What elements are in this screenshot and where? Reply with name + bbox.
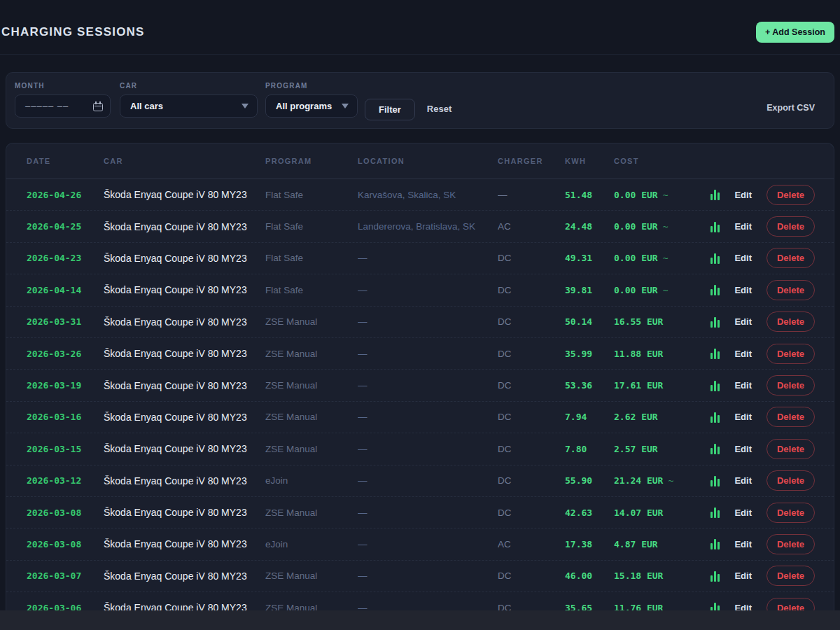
session-program: ZSE Manual (265, 316, 358, 327)
export-csv-button[interactable]: Export CSV (766, 103, 815, 113)
filter-button[interactable]: Filter (365, 99, 415, 120)
table-body: 2026-04-26 Škoda Enyaq Coupe iV 80 MY23 … (6, 178, 834, 623)
session-location: — (358, 539, 498, 550)
edit-button[interactable]: Edit (734, 570, 752, 581)
row-actions: Edit Delete (733, 248, 815, 268)
delete-button[interactable]: Delete (766, 407, 815, 427)
session-date: 2026-03-15 (27, 444, 104, 454)
session-location: — (358, 412, 498, 422)
table-row: 2026-04-25 Škoda Enyaq Coupe iV 80 MY23 … (6, 210, 834, 241)
session-kwh: 35.99 (565, 349, 614, 359)
edit-button[interactable]: Edit (734, 380, 752, 391)
car-field-group: CAR All cars (120, 82, 258, 118)
bar-chart-icon[interactable] (710, 253, 720, 264)
delete-button[interactable]: Delete (766, 470, 815, 491)
session-charger: AC (498, 221, 565, 232)
session-program: Flat Safe (265, 221, 358, 232)
edit-button[interactable]: Edit (734, 539, 752, 550)
add-session-button[interactable]: + Add Session (756, 22, 834, 43)
table-row: 2026-03-07 Škoda Enyaq Coupe iV 80 MY23 … (6, 560, 834, 592)
column-header-program: PROGRAM (265, 157, 358, 165)
bar-chart-icon[interactable] (710, 284, 720, 295)
delete-button[interactable]: Delete (766, 216, 815, 237)
program-select[interactable]: All programs (265, 94, 358, 118)
session-car: Škoda Enyaq Coupe iV 80 MY23 (104, 316, 265, 328)
session-charger: DC (498, 444, 565, 454)
edit-button[interactable]: Edit (734, 253, 752, 263)
bar-chart-icon[interactable] (710, 412, 720, 423)
column-header-date: DATE (27, 157, 104, 165)
session-car: Škoda Enyaq Coupe iV 80 MY23 (104, 507, 265, 518)
edit-button[interactable]: Edit (734, 412, 752, 422)
session-program: Flat Safe (265, 190, 358, 200)
bar-chart-icon[interactable] (710, 348, 720, 359)
bottom-overlay (0, 610, 840, 630)
bar-chart-icon[interactable] (710, 538, 720, 550)
edit-button[interactable]: Edit (734, 444, 752, 454)
approx-indicator: ~ (663, 285, 668, 295)
delete-button[interactable]: Delete (766, 375, 815, 396)
bar-chart-icon[interactable] (710, 380, 720, 391)
delete-button[interactable]: Delete (766, 185, 815, 205)
row-actions: Edit Delete (733, 312, 815, 332)
session-kwh: 50.14 (565, 316, 614, 327)
table-row: 2026-03-12 Škoda Enyaq Coupe iV 80 MY23 … (6, 465, 834, 496)
session-program: ZSE Manual (265, 412, 358, 422)
bar-chart-icon[interactable] (710, 316, 720, 328)
session-kwh: 7.94 (565, 412, 614, 422)
delete-button[interactable]: Delete (766, 439, 815, 459)
edit-button[interactable]: Edit (734, 316, 752, 327)
session-date: 2026-04-23 (27, 253, 104, 263)
session-car: Škoda Enyaq Coupe iV 80 MY23 (104, 412, 265, 423)
session-location: — (358, 475, 498, 486)
delete-button[interactable]: Delete (766, 503, 815, 523)
table-row: 2026-03-31 Škoda Enyaq Coupe iV 80 MY23 … (6, 306, 834, 337)
row-actions: Edit Delete (733, 344, 815, 364)
edit-button[interactable]: Edit (734, 190, 752, 200)
session-car: Škoda Enyaq Coupe iV 80 MY23 (104, 443, 265, 454)
bar-chart-icon[interactable] (710, 221, 720, 232)
month-input[interactable]: ––––– –– (15, 94, 111, 118)
session-charger: DC (498, 507, 565, 518)
session-location: — (358, 444, 498, 454)
session-location: — (358, 316, 498, 327)
reset-button[interactable]: Reset (427, 104, 451, 114)
edit-button[interactable]: Edit (734, 285, 752, 295)
program-select-value: All programs (276, 101, 332, 111)
edit-button[interactable]: Edit (734, 475, 752, 486)
session-kwh: 7.80 (565, 444, 614, 454)
delete-button[interactable]: Delete (766, 280, 815, 300)
delete-button[interactable]: Delete (766, 566, 815, 586)
session-car: Škoda Enyaq Coupe iV 80 MY23 (104, 189, 265, 200)
session-date: 2026-03-31 (27, 316, 104, 327)
session-date: 2026-03-26 (27, 349, 104, 359)
approx-indicator: ~ (663, 253, 668, 263)
session-location: — (358, 507, 498, 518)
edit-button[interactable]: Edit (734, 221, 752, 232)
delete-button[interactable]: Delete (766, 312, 815, 332)
session-date: 2026-04-25 (27, 221, 104, 232)
session-charger: DC (498, 349, 565, 359)
car-select[interactable]: All cars (120, 94, 258, 118)
delete-button[interactable]: Delete (766, 248, 815, 268)
session-car: Škoda Enyaq Coupe iV 80 MY23 (104, 348, 265, 359)
edit-button[interactable]: Edit (734, 349, 752, 359)
session-kwh: 24.48 (565, 221, 614, 232)
session-date: 2026-04-14 (27, 285, 104, 295)
session-date: 2026-03-08 (27, 507, 104, 518)
bar-chart-icon[interactable] (710, 570, 720, 582)
delete-button[interactable]: Delete (766, 534, 815, 554)
table-header-row: DATE CAR PROGRAM LOCATION CHARGER KWH CO… (6, 144, 834, 178)
bar-chart-icon[interactable] (710, 189, 720, 200)
session-kwh: 51.48 (565, 190, 614, 200)
bar-chart-icon[interactable] (710, 507, 720, 518)
column-header-car: CAR (104, 157, 265, 165)
calendar-icon[interactable] (93, 102, 103, 111)
bar-chart-icon[interactable] (710, 443, 720, 454)
delete-button[interactable]: Delete (766, 344, 815, 364)
table-row: 2026-03-26 Škoda Enyaq Coupe iV 80 MY23 … (6, 337, 834, 369)
approx-indicator: ~ (668, 475, 673, 486)
edit-button[interactable]: Edit (734, 507, 752, 518)
bar-chart-icon[interactable] (710, 475, 720, 486)
row-actions: Edit Delete (733, 470, 815, 491)
